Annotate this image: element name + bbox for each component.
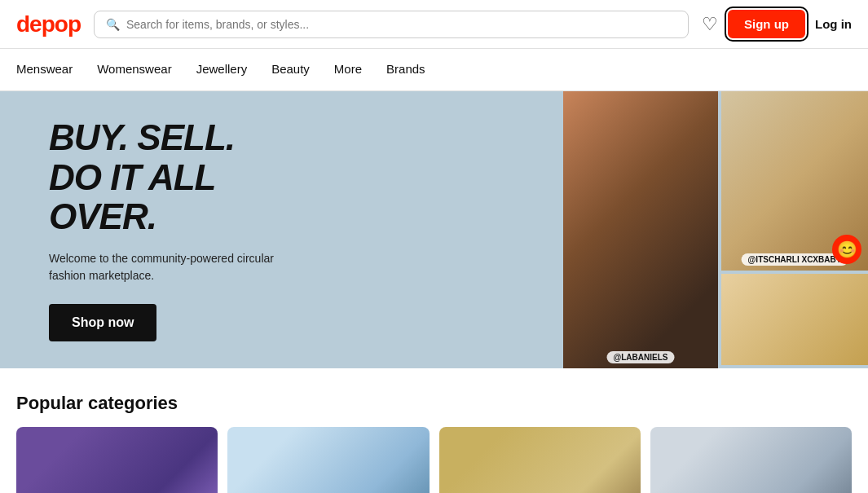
shop-now-button[interactable]: Shop now bbox=[49, 304, 156, 341]
category-card-menswear[interactable] bbox=[16, 427, 218, 493]
header-actions: ♡ Sign up Log in bbox=[702, 10, 852, 38]
hero-section: BUY. SELL. DO IT ALL OVER. Welcome to th… bbox=[0, 91, 868, 368]
category-card-outdoors[interactable] bbox=[439, 427, 641, 493]
nav-item-womenswear[interactable]: Womenswear bbox=[97, 49, 171, 90]
login-button[interactable]: Log in bbox=[815, 17, 852, 31]
nav-item-beauty[interactable]: Beauty bbox=[271, 49, 310, 90]
hero-image-col-2: @ITSCHARLI XCXBABY 😊 bbox=[721, 91, 868, 368]
nav-item-menswear[interactable]: Menswear bbox=[16, 49, 73, 90]
hero-subtitle: Welcome to the community-powered circula… bbox=[49, 250, 293, 284]
hero-title: BUY. SELL. DO IT ALL OVER. bbox=[49, 118, 293, 236]
search-icon: 🔍 bbox=[106, 18, 120, 31]
signup-button[interactable]: Sign up bbox=[728, 10, 805, 38]
wishlist-button[interactable]: ♡ bbox=[702, 14, 718, 35]
search-bar: 🔍 bbox=[94, 11, 689, 38]
hero-image-2: @ITSCHARLI XCXBABY 😊 bbox=[721, 91, 868, 271]
category-card-sportswear[interactable] bbox=[650, 427, 852, 493]
main-nav: Menswear Womenswear Jewellery Beauty Mor… bbox=[0, 49, 868, 91]
nav-item-brands[interactable]: Brands bbox=[386, 49, 425, 90]
hero-image-1: @LABANIELS bbox=[563, 91, 718, 368]
category-card-womenswear[interactable] bbox=[227, 427, 429, 493]
hero-images: @LABANIELS @ITSCHARLI XCXBABY 😊 bbox=[563, 91, 868, 368]
depop-logo[interactable]: depop bbox=[16, 11, 81, 37]
header: depop 🔍 ♡ Sign up Log in bbox=[0, 0, 868, 49]
hero-content: BUY. SELL. DO IT ALL OVER. Welcome to th… bbox=[0, 91, 342, 368]
nav-item-more[interactable]: More bbox=[334, 49, 362, 90]
hero-image-1-label: @LABANIELS bbox=[607, 351, 675, 363]
nav-item-jewellery[interactable]: Jewellery bbox=[196, 49, 248, 90]
smiley-icon: 😊 bbox=[832, 235, 861, 264]
categories-section: Popular categories bbox=[0, 368, 868, 493]
categories-grid bbox=[16, 427, 852, 493]
categories-title: Popular categories bbox=[16, 393, 852, 414]
hero-image-2-label: @ITSCHARLI XCXBABY bbox=[742, 253, 848, 266]
search-input[interactable] bbox=[126, 18, 676, 31]
hero-image-3 bbox=[721, 274, 868, 365]
